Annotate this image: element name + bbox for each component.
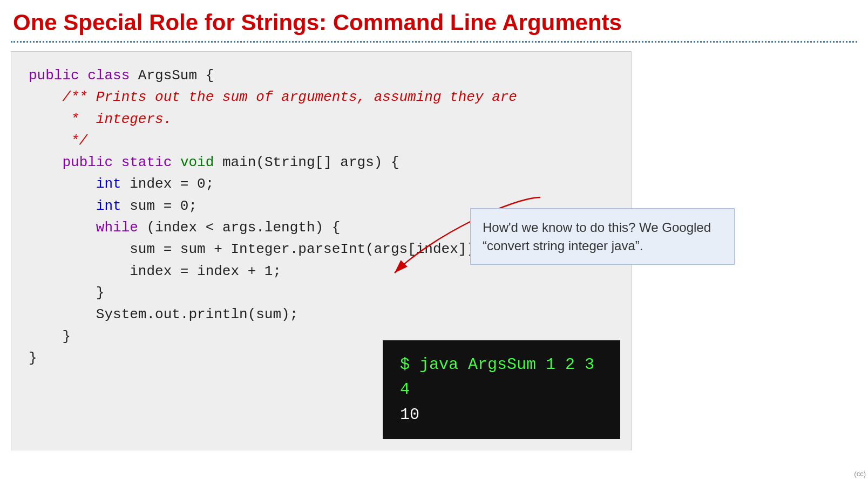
terminal-prompt: $ xyxy=(400,355,410,374)
page-title: One Special Role for Strings: Command Li… xyxy=(0,0,868,41)
code-line-1: public class ArgsSum { xyxy=(29,65,614,86)
terminal-box: $ java ArgsSum 1 2 3 4 10 xyxy=(383,340,620,440)
terminal-command-line: $ java ArgsSum 1 2 3 4 xyxy=(400,352,603,402)
terminal-command: java ArgsSum 1 2 3 4 xyxy=(400,355,594,399)
code-line-2: /** Prints out the sum of arguments, ass… xyxy=(29,86,614,108)
code-line-3: * integers. xyxy=(29,108,614,130)
code-line-11: } xyxy=(29,282,614,304)
section-divider xyxy=(11,41,857,43)
code-line-4: */ xyxy=(29,130,614,152)
code-line-6: int index = 0; xyxy=(29,173,614,195)
code-line-12: System.out.println(sum); xyxy=(29,304,614,325)
code-block: public class ArgsSum { /** Prints out th… xyxy=(11,51,632,450)
terminal-output: 10 xyxy=(400,402,603,428)
cc-badge: (cc) xyxy=(854,470,866,478)
annotation-box: How'd we know to do this? We Googled “co… xyxy=(470,208,735,265)
annotation-text: How'd we know to do this? We Googled “co… xyxy=(483,220,711,253)
code-line-5: public static void main(String[] args) { xyxy=(29,152,614,173)
